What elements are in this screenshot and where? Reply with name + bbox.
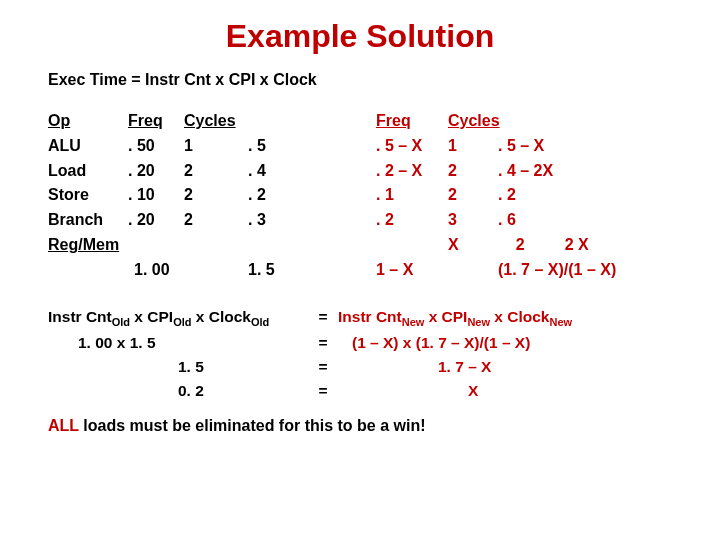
regmem-label: Reg/Mem — [48, 233, 128, 258]
cell-prod: . 5 — [248, 134, 318, 159]
col-prod — [248, 109, 318, 134]
cell-freq2: . 2 — [376, 208, 448, 233]
cell-prod: . 4 — [248, 159, 318, 184]
cell-cyc: 2 — [184, 159, 248, 184]
total-freq: 1. 00 — [128, 258, 184, 283]
eq-l3-l: 1. 5 — [48, 355, 308, 379]
cell-freq2: . 1 — [376, 183, 448, 208]
equals-sign: = — [308, 331, 338, 355]
regmem-val: 2 — [516, 236, 525, 253]
cell-prod2: . 6 — [498, 208, 672, 233]
table-row: Load . 20 2 . 4 . 2 – X 2 . 4 – 2X — [48, 159, 672, 184]
cell-cyc2: 2 — [448, 159, 498, 184]
total-prod2: (1. 7 – X)/(1 – X) — [498, 258, 672, 283]
eq-l2-r: (1 – X) x (1. 7 – X)/(1 – X) — [338, 331, 672, 355]
col-op: Op — [48, 109, 128, 134]
regmem-row: Reg/Mem X 2 2 X — [48, 233, 672, 258]
cell-freq2: . 2 – X — [376, 159, 448, 184]
cell-freq2: . 5 – X — [376, 134, 448, 159]
exec-time-formula: Exec Time = Instr Cnt x CPI x Clock — [48, 71, 672, 89]
regmem-cyc: X — [448, 233, 498, 258]
cell-cyc: 2 — [184, 183, 248, 208]
total-freq2: 1 – X — [376, 258, 448, 283]
cell-freq: . 20 — [128, 159, 184, 184]
conclusion: ALL loads must be eliminated for this to… — [48, 417, 672, 435]
cpi-table: Op Freq Cycles Freq Cycles ALU . 50 1 . … — [48, 109, 672, 283]
conclusion-text: loads must be eliminated for this to be … — [79, 417, 426, 434]
cell-cyc: 2 — [184, 208, 248, 233]
conclusion-emph: ALL — [48, 417, 79, 434]
cell-op: Store — [48, 183, 128, 208]
cell-prod2: . 2 — [498, 183, 672, 208]
cell-cyc2: 1 — [448, 134, 498, 159]
cell-op: Branch — [48, 208, 128, 233]
cell-freq: . 20 — [128, 208, 184, 233]
cell-prod: . 3 — [248, 208, 318, 233]
cell-prod2: . 4 – 2X — [498, 159, 672, 184]
col-freq: Freq — [128, 109, 184, 134]
cell-prod: . 2 — [248, 183, 318, 208]
cell-cyc: 1 — [184, 134, 248, 159]
col-cycles: Cycles — [184, 109, 248, 134]
cell-op: ALU — [48, 134, 128, 159]
cell-cyc2: 2 — [448, 183, 498, 208]
regmem-extra: 2 X — [565, 236, 589, 253]
col-cycles-new: Cycles — [448, 109, 498, 134]
eq-l2-l: 1. 00 x 1. 5 — [48, 331, 308, 355]
equals-sign: = — [308, 379, 338, 403]
eq-l4-r: X — [338, 379, 672, 403]
cell-freq: . 10 — [128, 183, 184, 208]
equals-sign: = — [308, 355, 338, 379]
regmem-prod: 2 2 X — [498, 233, 672, 258]
eq-l3-r: 1. 7 – X — [338, 355, 672, 379]
eq-lhs: Instr CntOld x CPIOld x ClockOld — [48, 305, 308, 331]
cell-prod2: . 5 – X — [498, 134, 672, 159]
equals-sign: = — [308, 305, 338, 331]
col-freq-new: Freq — [376, 109, 448, 134]
total-prod: 1. 5 — [248, 258, 318, 283]
table-row: Store . 10 2 . 2 . 1 2 . 2 — [48, 183, 672, 208]
totals-row: 1. 00 1. 5 1 – X (1. 7 – X)/(1 – X) — [48, 258, 672, 283]
table-row: Branch . 20 2 . 3 . 2 3 . 6 — [48, 208, 672, 233]
cell-freq: . 50 — [128, 134, 184, 159]
equation-block: Instr CntOld x CPIOld x ClockOld = Instr… — [48, 305, 672, 403]
eq-rhs: Instr CntNew x CPINew x ClockNew — [338, 305, 672, 331]
eq-l4-l: 0. 2 — [48, 379, 308, 403]
cell-op: Load — [48, 159, 128, 184]
cell-cyc2: 3 — [448, 208, 498, 233]
table-row: ALU . 50 1 . 5 . 5 – X 1 . 5 – X — [48, 134, 672, 159]
slide-title: Example Solution — [48, 18, 672, 55]
